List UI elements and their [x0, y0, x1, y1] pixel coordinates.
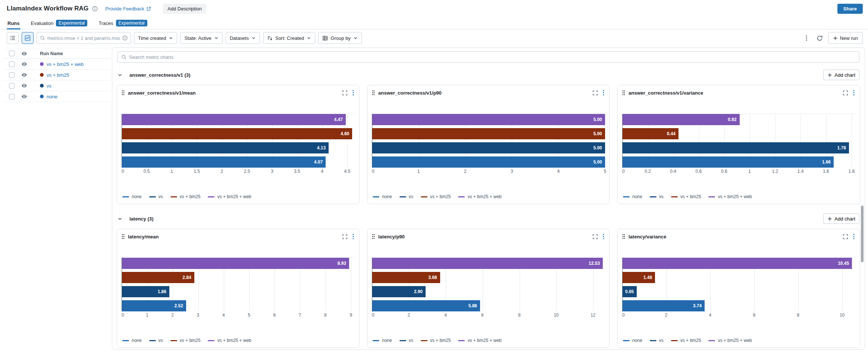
expand-chart-button[interactable] — [842, 89, 849, 96]
drag-handle-icon[interactable] — [622, 90, 625, 95]
visibility-eye-icon[interactable] — [21, 83, 27, 89]
expand-chart-button[interactable] — [341, 89, 348, 96]
legend-item[interactable]: vs + bm25 + web — [458, 194, 501, 199]
bar-none[interactable]: 2.52 — [122, 300, 186, 311]
legend-item[interactable]: none — [373, 194, 392, 199]
section-collapse-chevron-icon[interactable] — [117, 216, 122, 221]
expand-chart-button[interactable] — [842, 233, 849, 240]
filter-state-active[interactable]: State: Active — [180, 32, 222, 44]
more-options-button[interactable] — [801, 32, 812, 44]
legend-item[interactable]: vs — [650, 338, 664, 343]
bar-vs-bm25[interactable]: 1.48 — [623, 272, 655, 283]
bar-vs-bm25[interactable]: 5.00 — [372, 128, 605, 139]
add-description-button[interactable]: Add Description — [163, 4, 206, 14]
legend-item[interactable]: vs — [149, 338, 163, 343]
visibility-eye-icon[interactable] — [21, 93, 27, 99]
bar-vs[interactable]: 1.78 — [623, 142, 849, 153]
legend-item[interactable]: vs — [149, 194, 163, 199]
list-view-button[interactable] — [7, 32, 19, 44]
chart-menu-button[interactable] — [602, 89, 605, 96]
add-chart-button[interactable]: Add chart — [823, 70, 859, 80]
bar-none[interactable]: 4.07 — [122, 156, 326, 168]
legend-item[interactable]: vs — [650, 194, 664, 199]
drag-handle-icon[interactable] — [372, 90, 375, 95]
bar-vs[interactable]: 2.90 — [372, 286, 426, 297]
share-button[interactable]: Share — [837, 4, 863, 14]
chart-menu-button[interactable] — [852, 233, 855, 240]
drag-handle-icon[interactable] — [372, 234, 375, 239]
legend-item[interactable]: vs + bm25 — [170, 194, 201, 199]
add-chart-button[interactable]: Add chart — [823, 213, 859, 224]
legend-item[interactable]: vs — [399, 338, 413, 343]
bar-vs[interactable]: 1.86 — [122, 286, 169, 297]
legend-item[interactable]: vs + bm25 + web — [208, 194, 251, 199]
legend-item[interactable]: vs — [399, 194, 413, 199]
bar-vs-bm25[interactable]: 3.68 — [372, 272, 440, 283]
toggle-all-visibility-eye-icon[interactable] — [21, 51, 27, 57]
bar-vs[interactable]: 4.13 — [122, 142, 329, 153]
bar-none[interactable]: 5.86 — [372, 300, 480, 311]
run-name-link[interactable]: vs + bm25 — [47, 72, 69, 78]
metric-chart-search-input[interactable] — [129, 54, 856, 60]
legend-item[interactable]: none — [373, 338, 392, 343]
chart-menu-button[interactable] — [352, 233, 355, 240]
drag-handle-icon[interactable] — [122, 90, 125, 95]
drag-handle-icon[interactable] — [622, 234, 625, 239]
legend-item[interactable]: none — [623, 338, 642, 343]
filter-group-by[interactable]: Group by — [318, 32, 361, 44]
tab-runs[interactable]: Runs — [7, 17, 21, 29]
vertical-scrollbar-thumb[interactable] — [861, 206, 864, 262]
select-all-checkbox[interactable] — [9, 51, 15, 56]
drag-handle-icon[interactable] — [122, 234, 125, 239]
chart-menu-button[interactable] — [852, 89, 855, 96]
runs-search-input[interactable] — [47, 35, 120, 41]
bar-none[interactable]: 5.00 — [372, 156, 605, 168]
tab-traces[interactable]: TracesExperimental — [98, 17, 148, 29]
bar-vs-bm25-web[interactable]: 8.93 — [122, 258, 349, 269]
chart-menu-button[interactable] — [602, 233, 605, 240]
expand-chart-button[interactable] — [592, 89, 599, 96]
legend-item[interactable]: vs + bm25 + web — [708, 194, 752, 199]
info-icon[interactable] — [92, 6, 98, 12]
visibility-eye-icon[interactable] — [21, 72, 27, 78]
legend-item[interactable]: vs + bm25 — [671, 194, 701, 199]
tab-evaluation[interactable]: EvaluationExperimental — [30, 17, 88, 29]
legend-item[interactable]: vs + bm25 + web — [708, 338, 752, 343]
run-name-link[interactable]: vs — [47, 83, 51, 89]
run-checkbox[interactable] — [9, 94, 15, 99]
legend-item[interactable]: none — [122, 338, 142, 343]
refresh-button[interactable] — [815, 32, 825, 44]
run-checkbox[interactable] — [9, 83, 15, 89]
bar-vs-bm25-web[interactable]: 5.00 — [372, 114, 605, 125]
legend-item[interactable]: vs + bm25 — [421, 338, 451, 343]
run-checkbox[interactable] — [9, 61, 15, 67]
expand-chart-button[interactable] — [592, 233, 599, 240]
visibility-eye-icon[interactable] — [21, 61, 27, 67]
chart-menu-button[interactable] — [352, 89, 355, 96]
section-collapse-chevron-icon[interactable] — [117, 73, 122, 77]
legend-item[interactable]: vs + bm25 + web — [458, 338, 501, 343]
legend-item[interactable]: none — [623, 194, 642, 199]
bar-vs-bm25-web[interactable]: 10.45 — [623, 258, 852, 269]
expand-chart-button[interactable] — [341, 233, 348, 240]
bar-vs[interactable]: 5.00 — [372, 142, 605, 153]
bar-vs-bm25[interactable]: 4.60 — [122, 128, 352, 139]
bar-vs[interactable]: 0.65 — [623, 286, 637, 297]
legend-item[interactable]: vs + bm25 — [170, 338, 201, 343]
bar-vs-bm25[interactable]: 0.44 — [623, 128, 679, 139]
bar-vs-bm25-web[interactable]: 12.53 — [372, 258, 603, 269]
query-info-icon[interactable] — [122, 35, 128, 41]
legend-item[interactable]: vs + bm25 — [671, 338, 701, 343]
run-checkbox[interactable] — [9, 72, 15, 78]
legend-item[interactable]: vs + bm25 — [421, 194, 451, 199]
run-name-link[interactable]: none — [47, 94, 57, 99]
bar-vs-bm25-web[interactable]: 4.47 — [122, 114, 346, 125]
legend-item[interactable]: vs + bm25 + web — [208, 338, 251, 343]
filter-datasets[interactable]: Datasets — [226, 32, 260, 44]
bar-vs-bm25[interactable]: 2.84 — [122, 272, 194, 283]
run-name-link[interactable]: vs + bm25 + web — [47, 61, 84, 67]
chart-view-button[interactable] — [22, 32, 34, 44]
bar-none[interactable]: 1.66 — [623, 156, 834, 168]
new-run-button[interactable]: New run — [828, 32, 863, 44]
filter-time-created[interactable]: Time created — [134, 32, 177, 44]
